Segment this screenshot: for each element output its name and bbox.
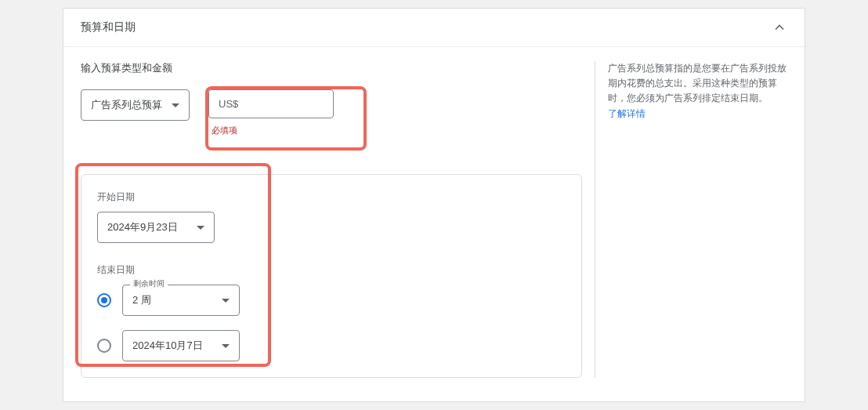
end-by-date-radio[interactable] (97, 339, 111, 353)
budget-section-label: 输入预算类型和金额 (81, 61, 582, 75)
caret-down-icon (222, 344, 230, 348)
budget-error-text: 必填项 (208, 125, 334, 136)
dates-panel: 开始日期 2024年9月23日 结束日期 剩余时间 (81, 174, 582, 378)
budget-dates-card: 预算和日期 输入预算类型和金额 广告系列总预算 (63, 8, 805, 402)
budget-amount-input[interactable]: US$ (208, 89, 334, 118)
budget-type-select[interactable]: 广告系列总预算 (81, 89, 190, 121)
currency-prefix: US$ (219, 98, 238, 110)
end-date-select[interactable]: 2024年10月7日 (122, 330, 240, 361)
end-by-duration-radio[interactable] (97, 293, 111, 307)
collapse-icon[interactable] (772, 20, 787, 35)
duration-select[interactable]: 2 周 (122, 285, 240, 316)
end-date-value: 2024年10月7日 (132, 339, 203, 353)
start-date-label: 开始日期 (97, 190, 566, 204)
learn-more-link[interactable]: 了解详情 (608, 108, 646, 119)
start-date-value: 2024年9月23日 (107, 220, 178, 234)
card-title: 预算和日期 (81, 20, 136, 34)
caret-down-icon (197, 226, 204, 230)
duration-value: 2 周 (132, 293, 151, 307)
help-panel: 广告系列总预算指的是您要在广告系列投放期内花费的总支出。采用这种类型的预算时，您… (595, 61, 787, 378)
start-date-select[interactable]: 2024年9月23日 (97, 212, 215, 243)
end-date-label: 结束日期 (97, 263, 566, 277)
caret-down-icon (172, 103, 179, 107)
card-header: 预算和日期 (63, 9, 805, 47)
budget-type-label: 广告系列总预算 (91, 98, 162, 112)
duration-legend: 剩余时间 (130, 278, 168, 289)
caret-down-icon (222, 299, 230, 303)
radio-checked-icon (101, 297, 107, 303)
help-text: 广告系列总预算指的是您要在广告系列投放期内花费的总支出。采用这种类型的预算时，您… (608, 63, 787, 103)
